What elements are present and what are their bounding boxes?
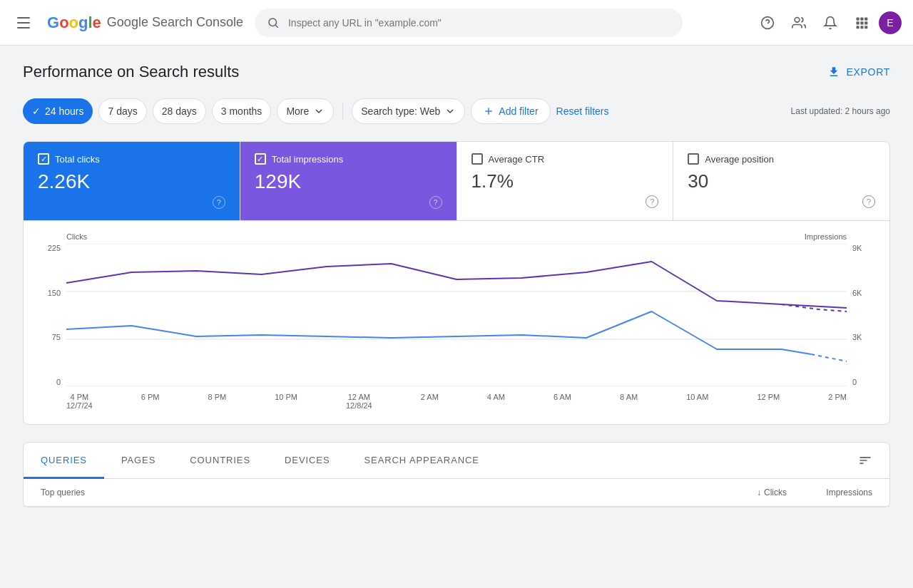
reset-filters-button[interactable]: Reset filters <box>556 105 609 117</box>
help-icon-impressions[interactable]: ? <box>429 196 442 209</box>
metric-checkbox-impressions[interactable] <box>255 153 266 165</box>
metric-label-ctr: Average CTR <box>489 154 545 165</box>
metric-average-ctr[interactable]: Average CTR 1.7% ? <box>457 142 674 220</box>
x-label-10: 12 PM <box>757 393 780 410</box>
google-logo: Google <box>47 14 101 32</box>
x-label-7: 6 AM <box>554 393 571 410</box>
x-label-0: 4 PM12/7/24 <box>66 393 93 410</box>
x-label-5: 2 AM <box>421 393 439 410</box>
notifications-button[interactable] <box>816 9 845 37</box>
svg-rect-7 <box>864 17 867 20</box>
x-label-1: 6 PM <box>141 393 160 410</box>
metric-checkbox-clicks[interactable] <box>38 153 49 165</box>
page-header: Performance on Search results EXPORT <box>23 63 890 81</box>
metrics-container: Total clicks 2.26K ? Total impressions 1… <box>23 141 890 425</box>
metric-value-clicks: 2.26K <box>38 170 225 193</box>
metric-average-position[interactable]: Average position 30 ? <box>673 142 889 220</box>
tabs-actions <box>852 443 889 478</box>
checkmark-icon: ✓ <box>32 105 41 117</box>
th-clicks[interactable]: ↓ Clicks <box>701 488 787 497</box>
app-header: Google Google Search Console <box>0 0 913 46</box>
chevron-down-icon <box>444 105 456 117</box>
chevron-down-icon <box>313 105 325 117</box>
metric-value-position: 30 <box>688 170 875 192</box>
metric-total-clicks[interactable]: Total clicks 2.26K ? <box>24 142 240 220</box>
help-icon-clicks[interactable]: ? <box>213 196 225 209</box>
tab-queries[interactable]: QUERIES <box>24 443 104 479</box>
x-label-4: 12 AM12/8/24 <box>346 393 372 410</box>
svg-rect-6 <box>860 17 863 20</box>
x-label-11: 2 PM <box>828 393 847 410</box>
th-top-queries: Top queries <box>41 488 701 497</box>
y-axis-left-label: Clicks <box>66 232 87 241</box>
metrics-cards: Total clicks 2.26K ? Total impressions 1… <box>24 142 889 221</box>
sort-arrow-icon: ↓ <box>757 488 761 497</box>
metric-label-impressions: Total impressions <box>272 154 343 165</box>
filter-separator <box>342 103 343 120</box>
page-title: Performance on Search results <box>23 63 239 81</box>
svg-rect-13 <box>864 26 867 29</box>
table-filter-icon <box>858 453 872 468</box>
svg-rect-12 <box>860 26 863 29</box>
last-updated-text: Last updated: 2 hours ago <box>791 106 890 116</box>
chart-svg <box>66 244 847 386</box>
main-content: Performance on Search results EXPORT ✓ 2… <box>0 46 913 525</box>
svg-rect-8 <box>857 21 860 24</box>
tab-countries[interactable]: COUNTRIES <box>173 443 267 479</box>
svg-point-4 <box>795 17 800 22</box>
x-label-8: 8 AM <box>620 393 638 410</box>
tabs-container: QUERIES PAGES COUNTRIES DEVICES SEARCH A… <box>23 442 890 507</box>
filter-7days[interactable]: 7 days <box>98 98 146 124</box>
plus-icon <box>483 105 494 117</box>
header-icons: E <box>753 9 902 37</box>
search-icon <box>267 16 280 29</box>
svg-point-0 <box>269 19 277 26</box>
chart-area: Clicks Impressions 225 150 75 0 <box>24 221 889 424</box>
metric-label-clicks: Total clicks <box>55 154 100 165</box>
apps-button[interactable] <box>847 9 876 37</box>
y-axis-right-label: Impressions <box>805 232 847 241</box>
add-filter-button[interactable]: Add filter <box>471 98 550 124</box>
svg-rect-10 <box>864 21 867 24</box>
x-label-3: 10 PM <box>275 393 297 410</box>
app-logo[interactable]: Google Google Search Console <box>47 14 243 32</box>
y-axis-right: 9K 6K 3K 0 <box>847 244 875 386</box>
metric-label-position: Average position <box>705 154 774 165</box>
x-label-6: 4 AM <box>487 393 505 410</box>
search-type-dropdown[interactable]: Search type: Web <box>352 98 465 124</box>
export-button[interactable]: EXPORT <box>827 66 890 78</box>
metric-value-impressions: 129K <box>255 170 442 193</box>
table-filter-button[interactable] <box>852 448 878 473</box>
metric-value-ctr: 1.7% <box>471 170 659 192</box>
users-button[interactable] <box>785 9 813 37</box>
tabs: QUERIES PAGES COUNTRIES DEVICES SEARCH A… <box>24 443 889 479</box>
filter-28days[interactable]: 28 days <box>153 98 206 124</box>
tab-pages[interactable]: PAGES <box>104 443 173 479</box>
metric-checkbox-ctr[interactable] <box>471 153 483 165</box>
tab-search-appearance[interactable]: SEARCH APPEARANCE <box>347 443 496 479</box>
filter-more-dropdown[interactable]: More <box>277 98 334 124</box>
menu-button[interactable] <box>11 11 36 34</box>
x-axis-labels: 4 PM12/7/24 6 PM 8 PM 10 PM 12 AM12/8/24… <box>66 393 847 410</box>
url-search-input[interactable] <box>288 17 670 29</box>
filter-3months[interactable]: 3 months <box>212 98 272 124</box>
svg-rect-9 <box>860 21 863 24</box>
table-header: Top queries ↓ Clicks Impressions <box>24 479 889 507</box>
metric-checkbox-position[interactable] <box>688 153 699 165</box>
help-icon-ctr[interactable]: ? <box>646 195 658 208</box>
svg-rect-11 <box>857 26 860 29</box>
app-name: Google Search Console <box>107 15 243 30</box>
help-button[interactable] <box>753 9 782 37</box>
tab-devices[interactable]: DEVICES <box>267 443 347 479</box>
chart-svg-container <box>66 244 847 388</box>
search-bar <box>255 9 683 37</box>
user-avatar[interactable]: E <box>879 11 902 34</box>
metric-total-impressions[interactable]: Total impressions 129K ? <box>240 142 457 220</box>
y-axis-left: 225 150 75 0 <box>38 244 66 386</box>
svg-line-1 <box>275 25 277 27</box>
th-impressions[interactable]: Impressions <box>787 488 872 497</box>
filter-24hours[interactable]: ✓ 24 hours <box>23 98 93 124</box>
x-label-9: 10 AM <box>686 393 708 410</box>
help-icon-position[interactable]: ? <box>862 195 875 208</box>
filter-bar: ✓ 24 hours 7 days 28 days 3 months More … <box>23 98 890 124</box>
